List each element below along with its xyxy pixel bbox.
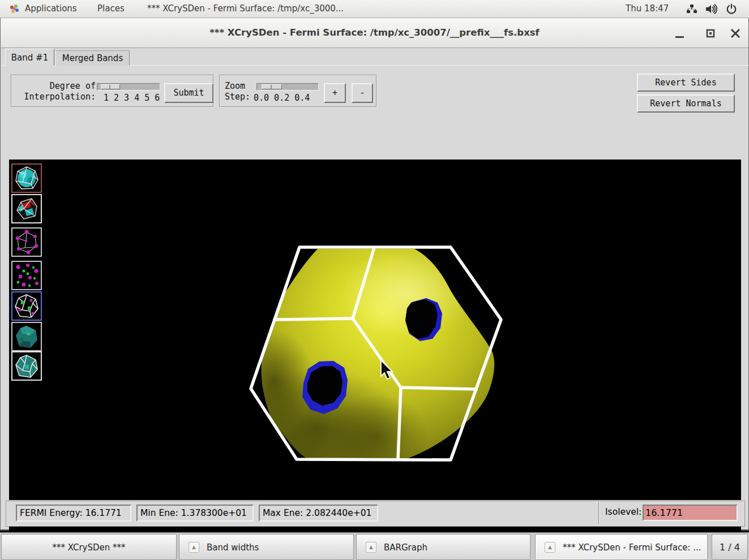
tab-merged-bands[interactable]: Merged Bands xyxy=(55,50,130,66)
window-titlebar[interactable]: *** XCrySDen - Fermi Surface: /tmp/xc_30… xyxy=(0,18,749,48)
maximize-button[interactable] xyxy=(702,25,719,42)
window-icon: ▲ xyxy=(545,542,555,553)
min-energy-readout: Min Ene: 1.378300e+01 xyxy=(136,505,254,522)
taskbar-item-xcrysden-main[interactable]: *** XCrySDen *** xyxy=(1,534,177,560)
minimize-button[interactable] xyxy=(671,25,688,42)
places-menu[interactable]: Places xyxy=(92,0,130,18)
interpolation-slider-handle[interactable] xyxy=(101,84,120,89)
isolevel-label: Isolevel: xyxy=(605,507,641,517)
zoom-step-label: Zoom Step: xyxy=(225,81,254,102)
isolevel-input[interactable] xyxy=(643,505,738,521)
window-icon: ▲ xyxy=(189,542,199,553)
max-energy-readout: Max Ene: 2.082440e+01 xyxy=(259,505,378,522)
fermi-surface-render xyxy=(9,160,741,546)
fermi-surface-canvas[interactable] xyxy=(9,160,741,546)
interpolation-group: Degree of Interpolation: 1 2 3 4 5 6 Sub… xyxy=(11,75,214,107)
window-icon: ▲ xyxy=(366,542,376,553)
close-button[interactable] xyxy=(727,25,744,42)
desktop-top-panel: Applications Places *** XCrySDen - Fermi… xyxy=(0,0,749,18)
zoom-step-slider-handle[interactable] xyxy=(262,84,282,89)
interpolation-scale-ticks: 1 2 3 4 5 6 xyxy=(104,93,160,103)
panel-active-window-title[interactable]: *** XCrySDen - Fermi Surface: /tmp/xc_30… xyxy=(142,0,349,18)
zoom-step-slider[interactable] xyxy=(256,83,319,91)
taskbar-item-fermi-surface[interactable]: ▲ *** XCrySDen - Fermi Surface: ... xyxy=(535,534,708,560)
clock[interactable]: Thu 18:47 xyxy=(620,0,674,18)
workspace-pager[interactable]: 1 / 4 xyxy=(712,534,748,560)
zoom-step-group: Zoom Step: 0.0 0.2 0.4 + - xyxy=(219,75,377,107)
zoom-minus-button[interactable]: - xyxy=(352,83,373,103)
xcrysden-window: Band #1 Merged Bands Degree of Interpola… xyxy=(0,48,749,531)
status-separator xyxy=(598,502,600,524)
revert-normals-button[interactable]: Revert Normals xyxy=(637,94,735,113)
taskbar-item-band-widths[interactable]: ▲ Band widths xyxy=(179,534,354,560)
status-bar: FERMI Energy: 16.1771 Min Ene: 1.378300e… xyxy=(5,500,745,527)
fermi-energy-readout: FERMI Energy: 16.1771 xyxy=(16,505,131,522)
interpolation-label: Degree of Interpolation: xyxy=(14,81,96,102)
zoom-step-scale-ticks: 0.0 0.2 0.4 xyxy=(254,93,310,103)
taskbar-item-bargraph[interactable]: ▲ BARGraph xyxy=(356,534,530,560)
tab-band-1[interactable]: Band #1 xyxy=(5,49,54,66)
interpolation-slider[interactable] xyxy=(97,83,160,91)
window-title: *** XCrySDen - Fermi Surface: /tmp/xc_30… xyxy=(1,27,748,38)
applications-menu[interactable]: Applications xyxy=(19,0,83,18)
zoom-plus-button[interactable]: + xyxy=(324,83,346,103)
taskbar: *** XCrySDen *** ▲ Band widths ▲ BARGrap… xyxy=(0,532,749,560)
revert-sides-button[interactable]: Revert Sides xyxy=(637,74,735,92)
submit-button[interactable]: Submit xyxy=(164,83,213,103)
